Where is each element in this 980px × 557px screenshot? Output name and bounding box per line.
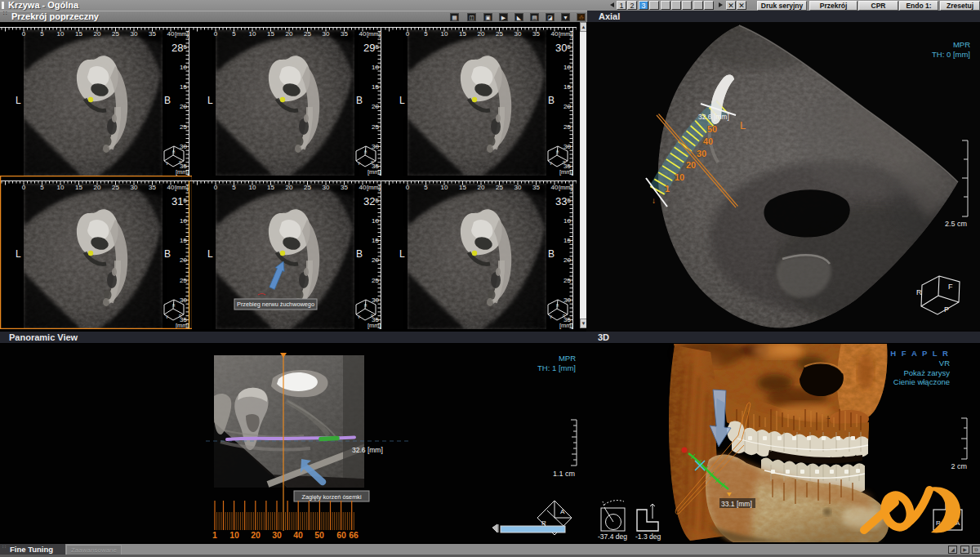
svg-text:30: 30: [514, 30, 522, 38]
svg-text:10: 10: [180, 217, 187, 225]
svg-text:[mm]: [mm]: [368, 322, 381, 329]
svg-text:40: 40: [359, 184, 367, 191]
svg-text:B: B: [548, 95, 555, 106]
svg-text:10: 10: [564, 64, 571, 71]
svg-text:40: 40: [359, 30, 367, 38]
svg-text:25: 25: [112, 30, 119, 38]
svg-text:25: 25: [304, 30, 311, 38]
svg-text:20: 20: [180, 103, 187, 110]
svg-text:5: 5: [184, 43, 188, 51]
svg-text:35: 35: [149, 184, 156, 191]
svg-text:B: B: [164, 248, 171, 260]
svg-text:32.6 [mm]: 32.6 [mm]: [352, 446, 383, 454]
svg-text:15: 15: [459, 184, 466, 191]
svg-text:5: 5: [424, 184, 428, 191]
svg-text:L: L: [740, 119, 746, 131]
svg-text:-1.3 deg: -1.3 deg: [635, 532, 661, 541]
svg-text:40: 40: [703, 136, 713, 146]
svg-text:20: 20: [286, 184, 293, 191]
svg-text:30: 30: [372, 296, 379, 304]
svg-text:[mm]: [mm]: [559, 168, 573, 176]
svg-text:1.1 cm: 1.1 cm: [553, 470, 575, 478]
svg-text:5: 5: [568, 43, 572, 51]
svg-text:[mm]: [mm]: [368, 168, 381, 176]
svg-text:5: 5: [424, 30, 428, 38]
svg-text:25: 25: [564, 123, 571, 131]
svg-text:25: 25: [180, 277, 187, 284]
svg-text:60: 60: [336, 530, 346, 540]
svg-text:10: 10: [441, 184, 448, 191]
svg-text:35: 35: [341, 184, 348, 191]
svg-text:Zagięty korzeń ósemki: Zagięty korzeń ósemki: [302, 493, 362, 501]
svg-text:29: 29: [363, 42, 375, 54]
svg-text:0: 0: [22, 30, 26, 38]
svg-text:20: 20: [478, 184, 485, 191]
svg-text:L: L: [207, 248, 213, 260]
svg-text:20: 20: [286, 30, 293, 38]
svg-text:0: 0: [22, 184, 26, 191]
svg-text:[mm]: [mm]: [176, 168, 189, 176]
svg-text:0: 0: [406, 184, 410, 191]
svg-text:25: 25: [180, 123, 187, 131]
svg-text:2 cm: 2 cm: [951, 462, 967, 470]
svg-text:35: 35: [532, 184, 540, 191]
svg-text:10: 10: [180, 64, 187, 71]
svg-text:30: 30: [272, 530, 282, 540]
svg-text:35: 35: [532, 30, 540, 38]
svg-text:30: 30: [564, 296, 571, 304]
svg-text:10: 10: [249, 30, 256, 38]
svg-text:10: 10: [57, 30, 65, 38]
svg-text:30: 30: [564, 143, 571, 150]
svg-text:R: R: [916, 288, 922, 296]
svg-text:15: 15: [372, 237, 379, 244]
svg-text:25: 25: [112, 184, 119, 191]
svg-text:32: 32: [363, 195, 375, 207]
svg-text:H F A P L R: H F A P L R: [890, 349, 950, 358]
svg-text:[mm]: [mm]: [559, 322, 573, 329]
svg-text:[mm]: [mm]: [175, 184, 189, 191]
svg-text:20: 20: [372, 256, 379, 264]
svg-text:15: 15: [267, 184, 274, 191]
svg-text:35: 35: [341, 30, 348, 38]
svg-text:20: 20: [564, 103, 571, 110]
svg-text:10: 10: [441, 30, 448, 38]
svg-text:25: 25: [372, 123, 379, 131]
svg-text:33: 33: [555, 195, 567, 207]
svg-text:20: 20: [478, 30, 485, 38]
svg-text:30: 30: [180, 143, 187, 150]
svg-text:MPR: MPR: [953, 40, 970, 49]
svg-text:50: 50: [707, 124, 717, 134]
svg-text:40: 40: [167, 30, 175, 38]
svg-text:10: 10: [564, 217, 571, 225]
svg-text:30: 30: [697, 149, 706, 158]
svg-text:25: 25: [372, 277, 379, 284]
svg-text:10: 10: [675, 172, 684, 182]
svg-text:40: 40: [167, 184, 175, 191]
svg-text:1: 1: [665, 184, 670, 194]
svg-text:25: 25: [496, 184, 503, 191]
svg-text:[mm]: [mm]: [175, 30, 189, 38]
svg-text:20: 20: [564, 256, 571, 264]
svg-text:1: 1: [212, 530, 217, 540]
svg-text:L: L: [16, 248, 21, 260]
svg-text:L: L: [207, 95, 213, 106]
svg-text:TH: 1 [mm]: TH: 1 [mm]: [537, 363, 576, 372]
svg-text:5: 5: [40, 30, 44, 38]
svg-text:15: 15: [180, 237, 187, 244]
svg-text:[mm]: [mm]: [367, 30, 381, 38]
svg-text:0: 0: [406, 30, 410, 38]
svg-text:30: 30: [514, 184, 522, 191]
svg-text:5: 5: [232, 30, 236, 38]
svg-text:32.6 [mm]: 32.6 [mm]: [698, 113, 729, 121]
svg-text:15: 15: [459, 30, 466, 38]
svg-text:L: L: [16, 95, 21, 106]
svg-text:15: 15: [372, 83, 379, 91]
svg-text:-37.4 deg: -37.4 deg: [598, 532, 627, 541]
svg-text:TH: 0 [mm]: TH: 0 [mm]: [932, 50, 970, 59]
svg-text:30: 30: [323, 30, 330, 38]
svg-text:10: 10: [372, 217, 379, 225]
svg-text:5: 5: [568, 197, 572, 204]
svg-text:20: 20: [94, 184, 101, 191]
svg-text:Cienie włączone: Cienie włączone: [893, 377, 950, 386]
svg-text:40: 40: [551, 30, 559, 38]
